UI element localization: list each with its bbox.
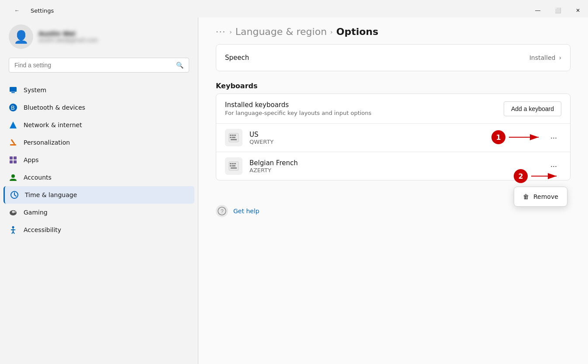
svg-rect-7 xyxy=(10,156,13,159)
speech-status: Installed › xyxy=(529,54,561,61)
sidebar-item-apps[interactable]: Apps xyxy=(3,151,194,169)
svg-rect-35 xyxy=(230,165,232,166)
user-email: austin.wei@gmail.com xyxy=(38,37,98,43)
speech-chevron-icon: › xyxy=(559,54,561,61)
minimize-button[interactable]: — xyxy=(528,3,548,17)
speech-label: Speech xyxy=(225,54,249,62)
sidebar-item-bluetooth[interactable]: B Bluetooth & devices xyxy=(3,99,194,116)
svg-rect-17 xyxy=(13,211,14,213)
belgian-keyboard-left: Belgian French AZERTY xyxy=(225,157,298,175)
content-area: Speech Installed › Keyboards Installed k… xyxy=(198,44,588,364)
svg-rect-26 xyxy=(232,135,234,136)
back-button[interactable]: ← xyxy=(7,3,27,17)
window-controls: — ⬜ ✕ xyxy=(528,3,588,17)
installed-keyboards-description: For language-specific key layouts and in… xyxy=(225,110,371,116)
system-icon xyxy=(9,86,17,94)
svg-rect-28 xyxy=(230,137,232,138)
svg-rect-36 xyxy=(232,165,235,166)
sidebar-item-accounts-label: Accounts xyxy=(24,174,52,181)
remove-menu-item[interactable]: 🗑 Remove xyxy=(516,189,565,205)
svg-text:B: B xyxy=(11,104,15,111)
belgian-keyboard-icon xyxy=(225,157,242,175)
svg-rect-32 xyxy=(230,163,232,164)
sidebar-item-network-label: Network & internet xyxy=(24,121,82,128)
svg-rect-37 xyxy=(231,167,237,169)
sidebar-item-system-label: System xyxy=(24,87,46,94)
keyboards-header-info: Installed keyboards For language-specifi… xyxy=(225,101,371,116)
search-input[interactable] xyxy=(14,62,173,69)
sidebar-item-time[interactable]: Time & language xyxy=(3,186,194,204)
breadcrumb-current: Options xyxy=(336,26,378,37)
us-keyboard-icon xyxy=(225,129,242,146)
svg-rect-25 xyxy=(230,135,232,136)
svg-rect-33 xyxy=(232,163,234,164)
search-container: 🔍 xyxy=(0,58,198,80)
belgian-keyboard-layout: AZERTY xyxy=(249,167,298,173)
svg-rect-1 xyxy=(11,92,15,93)
bluetooth-icon: B xyxy=(9,103,17,112)
accessibility-icon xyxy=(9,225,17,234)
maximize-button[interactable]: ⬜ xyxy=(548,3,568,17)
titlebar: ← Settings — ⬜ ✕ xyxy=(0,0,588,17)
svg-line-23 xyxy=(13,232,14,234)
us-keyboard-more-button[interactable]: ··· xyxy=(546,131,561,145)
svg-rect-30 xyxy=(231,139,237,140)
sidebar-item-accessibility[interactable]: Accessibility xyxy=(3,221,194,239)
add-keyboard-button[interactable]: Add a keyboard xyxy=(504,101,561,116)
avatar: 👤 xyxy=(9,24,33,49)
svg-marker-4 xyxy=(10,121,17,128)
time-icon xyxy=(10,191,19,199)
user-profile[interactable]: 👤 Austin Wei austin.wei@gmail.com xyxy=(0,17,198,58)
get-help-icon: ? xyxy=(216,205,228,217)
user-info: Austin Wei austin.wei@gmail.com xyxy=(38,30,98,43)
belgian-keyboard-name: Belgian French xyxy=(249,159,298,167)
remove-label: Remove xyxy=(533,193,558,200)
app-container: 👤 Austin Wei austin.wei@gmail.com 🔍 xyxy=(0,17,588,364)
apps-icon xyxy=(9,156,17,164)
sidebar-item-time-label: Time & language xyxy=(25,191,77,198)
sidebar-item-gaming[interactable]: Gaming xyxy=(3,204,194,221)
sidebar: 👤 Austin Wei austin.wei@gmail.com 🔍 xyxy=(0,17,198,364)
sidebar-item-network[interactable]: Network & internet xyxy=(3,116,194,134)
annotation-1-arrow xyxy=(509,131,544,144)
sidebar-item-bluetooth-label: Bluetooth & devices xyxy=(24,104,85,111)
close-button[interactable]: ✕ xyxy=(568,3,588,17)
us-keyboard-layout: QWERTY xyxy=(249,139,273,145)
personalization-icon xyxy=(9,138,17,147)
speech-row[interactable]: Speech Installed › xyxy=(216,45,570,71)
search-icon: 🔍 xyxy=(176,62,183,69)
svg-rect-27 xyxy=(234,135,236,136)
annotation-1: 1 xyxy=(491,130,505,144)
annotation-2-arrow xyxy=(531,170,562,183)
breadcrumb-parent[interactable]: Language & region xyxy=(235,26,327,37)
sidebar-item-system[interactable]: System xyxy=(3,81,194,99)
sidebar-item-gaming-label: Gaming xyxy=(24,209,48,216)
keyboards-card: Installed keyboards For language-specifi… xyxy=(216,94,571,180)
speech-card: Speech Installed › xyxy=(216,44,571,71)
user-icon: 👤 xyxy=(14,30,29,44)
svg-rect-0 xyxy=(10,87,17,92)
breadcrumb-dots[interactable]: ··· xyxy=(216,27,226,36)
sidebar-item-personalization[interactable]: Personalization xyxy=(3,134,194,151)
svg-text:?: ? xyxy=(221,208,224,215)
svg-line-14 xyxy=(14,195,16,196)
search-box[interactable]: 🔍 xyxy=(9,58,189,73)
annotation-2: 2 xyxy=(514,169,528,183)
svg-rect-10 xyxy=(14,160,17,163)
sidebar-item-accessibility-label: Accessibility xyxy=(24,226,61,233)
svg-rect-34 xyxy=(234,163,236,164)
svg-rect-9 xyxy=(10,160,13,163)
sidebar-item-apps-label: Apps xyxy=(24,156,39,163)
app-title: Settings xyxy=(31,7,54,14)
us-keyboard-name: US xyxy=(249,131,273,139)
svg-rect-6 xyxy=(11,139,15,144)
svg-point-18 xyxy=(14,211,16,213)
installed-keyboards-label: Installed keyboards xyxy=(225,101,371,109)
gaming-icon xyxy=(9,208,17,217)
breadcrumb-sep-2: › xyxy=(330,28,333,35)
breadcrumb-sep-1: › xyxy=(229,28,232,35)
sidebar-item-personalization-label: Personalization xyxy=(24,139,70,146)
get-help-label: Get help xyxy=(233,208,259,215)
sidebar-item-accounts[interactable]: Accounts xyxy=(3,169,194,186)
user-name: Austin Wei xyxy=(38,30,98,37)
